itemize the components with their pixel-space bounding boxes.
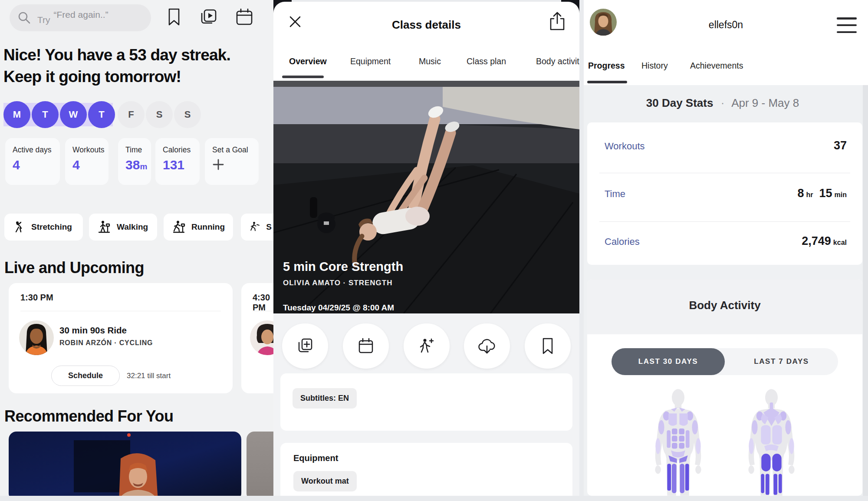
- schedule-calendar-button[interactable]: [235, 7, 254, 27]
- stat-row-label: Time: [605, 188, 625, 200]
- day-circle-sat: S: [146, 101, 173, 128]
- search-try-label: Try: [37, 15, 50, 25]
- stat-row-value: 8hr15min: [797, 187, 847, 200]
- day-circle-thu: T: [88, 101, 115, 128]
- tab-equipment[interactable]: Equipment: [350, 56, 391, 66]
- profile-avatar[interactable]: [590, 9, 617, 36]
- subtitles-card: Subtitles: EN: [280, 373, 572, 431]
- instructor-avatar: [250, 320, 273, 355]
- share-icon: [548, 11, 566, 31]
- subtitles-chip[interactable]: Subtitles: EN: [293, 388, 357, 409]
- calendar-icon: [357, 337, 375, 355]
- download-cloud-icon: [477, 336, 496, 356]
- progress-content: 30 Day Stats · Apr 9 - May 8 Workouts 37…: [584, 85, 868, 501]
- day-circle-wed: W: [60, 101, 87, 128]
- screen-edge-strip: [0, 496, 868, 501]
- activity-chip-walking[interactable]: Walking: [89, 214, 157, 241]
- day-circle-tue: T: [32, 101, 59, 128]
- scrollbar-track[interactable]: [863, 85, 868, 501]
- activity-chip-running[interactable]: Running: [164, 214, 233, 241]
- stats-card: Workouts 37 Time 8hr15min Calories 2,749…: [587, 122, 862, 265]
- equipment-card: Equipment Workout mat: [280, 443, 572, 501]
- class-details-panel: Class details Overview Equipment Music C…: [273, 0, 579, 501]
- class-byline: ROBIN ARZÓN · CYCLING: [59, 339, 153, 347]
- instructor-avatar: [19, 320, 54, 355]
- tab-body-activity[interactable]: Body activity: [536, 56, 579, 66]
- movement-icon: [417, 336, 436, 356]
- class-time: 4:30 PM: [253, 293, 273, 313]
- recommended-class-thumbnail[interactable]: [9, 432, 241, 501]
- live-upcoming-heading: Live and Upcoming: [4, 259, 144, 277]
- upcoming-class-card[interactable]: 1:30 PM 30 min 90s Ride ROBIN ARZÓN · CY…: [9, 283, 233, 393]
- calendar-icon: [235, 7, 254, 26]
- stat-card-calories[interactable]: Calories 131: [155, 138, 200, 185]
- download-button[interactable]: [464, 323, 510, 369]
- activity-chip-stretching[interactable]: Stretching: [4, 214, 83, 241]
- bookmark-icon: [540, 337, 555, 355]
- tab-class-plan[interactable]: Class plan: [467, 56, 506, 66]
- body-activity-range-toggle: LAST 30 DAYS LAST 7 DAYS: [612, 348, 838, 375]
- tab-history[interactable]: History: [641, 61, 668, 71]
- stretching-icon: [13, 221, 26, 234]
- day-circle-mon: M: [3, 101, 30, 128]
- body-activity-heading: Body Activity: [587, 299, 862, 312]
- stat-row-label: Workouts: [605, 141, 645, 152]
- bookmarks-button[interactable]: [164, 7, 184, 27]
- username: ellefs0n: [584, 19, 868, 31]
- share-button[interactable]: [548, 11, 566, 31]
- stat-card-time[interactable]: Time 38m: [118, 138, 151, 185]
- search-suggestion: “Fred again..”: [54, 10, 108, 20]
- schedule-button[interactable]: Schedule: [51, 366, 120, 386]
- streak-message: Nice! You have a 53 day streak. Keep it …: [3, 44, 230, 88]
- close-button[interactable]: [288, 15, 302, 29]
- body-activity-card: Body Activity LAST 30 DAYS LAST 7 DAYS: [587, 280, 862, 496]
- tab-music[interactable]: Music: [419, 56, 441, 66]
- class-time: 1:30 PM: [20, 293, 53, 303]
- active-tab-underline: [587, 81, 627, 83]
- schedule-class-button[interactable]: [343, 323, 389, 369]
- bookmark-icon: [169, 9, 179, 25]
- search-input[interactable]: Try “Fred again..”: [10, 4, 151, 31]
- stat-card-workouts[interactable]: Workouts 4: [65, 138, 108, 185]
- day-circle-fri: F: [118, 101, 145, 128]
- running-icon: [172, 220, 186, 234]
- profile-panel: ellefs0n Progress History Achievements 3…: [584, 0, 868, 501]
- class-video-preview[interactable]: 5 min Core Strength OLIVIA AMATO · STREN…: [273, 81, 579, 313]
- walking-icon: [97, 220, 111, 234]
- activity-chip-partial[interactable]: S: [241, 214, 273, 241]
- modal-title: Class details: [273, 18, 579, 32]
- equipment-heading: Equipment: [293, 453, 572, 463]
- toggle-last-30-days[interactable]: LAST 30 DAYS: [612, 348, 725, 375]
- recommended-heading: Recommended For You: [4, 407, 173, 425]
- tab-progress[interactable]: Progress: [588, 61, 625, 71]
- add-to-stack-icon: [296, 337, 314, 355]
- upcoming-class-card-partial[interactable]: 4:30 PM: [241, 283, 273, 393]
- class-title: 30 min 90s Ride: [59, 325, 127, 336]
- toggle-last-7-days[interactable]: LAST 7 DAYS: [725, 348, 838, 375]
- body-back-figure: [740, 387, 803, 496]
- bookmark-class-button[interactable]: [525, 323, 571, 369]
- thirty-day-stats-heading: 30 Day Stats · Apr 9 - May 8: [584, 96, 861, 110]
- class-action-row: [282, 323, 571, 369]
- video-class-schedule: Tuesday 04/29/25 @ 8:00 AM: [283, 303, 394, 313]
- tab-achievements[interactable]: Achievements: [690, 61, 743, 71]
- equipment-chip: Workout mat: [293, 471, 357, 491]
- menu-button[interactable]: [837, 17, 857, 33]
- stacked-classes-button[interactable]: [199, 7, 218, 27]
- recommended-class-thumbnail-partial[interactable]: [247, 432, 273, 501]
- class-details-modal: Class details Overview Equipment Music C…: [273, 2, 579, 501]
- countdown-label: 32:21 till start: [127, 372, 171, 380]
- add-to-stack-button[interactable]: [282, 323, 328, 369]
- active-tab-underline: [282, 76, 324, 78]
- tab-overview[interactable]: Overview: [289, 56, 327, 66]
- stat-row-value: 37: [834, 139, 847, 152]
- similar-movement-button[interactable]: [404, 323, 450, 369]
- stat-row-label: Calories: [605, 236, 640, 247]
- day-circle-sun: S: [174, 101, 201, 128]
- set-a-goal-card[interactable]: Set a Goal: [205, 138, 259, 185]
- runner-icon: [249, 220, 260, 234]
- body-front-figure: [647, 387, 710, 496]
- stacked-classes-icon: [199, 7, 218, 26]
- stat-card-active-days[interactable]: Active days 4: [5, 138, 60, 185]
- search-icon: [17, 11, 31, 25]
